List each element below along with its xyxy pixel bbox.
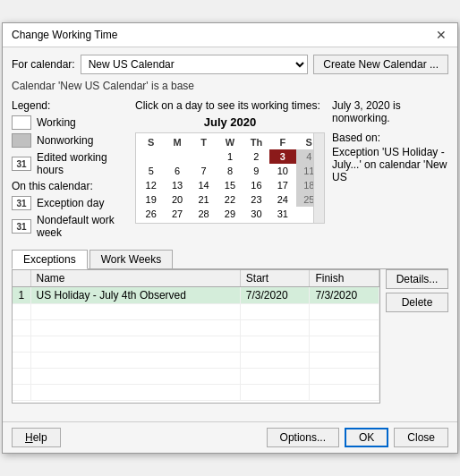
side-buttons: Details... Delete	[386, 269, 448, 404]
exception-empty-row	[13, 369, 379, 385]
close-icon[interactable]: ✕	[434, 29, 448, 41]
legend-exception-day: 31 Exception day	[12, 196, 128, 210]
calendar-area: Click on a day to see its working times:…	[135, 99, 325, 242]
calendar-day-cell[interactable]: 15	[217, 178, 243, 192]
for-calendar-label: For calendar:	[12, 58, 75, 71]
exception-row[interactable]: 1US Holiday - July 4th Observed7/3/20207…	[13, 287, 379, 304]
calendar-day-cell[interactable]: 10	[269, 164, 295, 178]
exception-empty-cell	[310, 320, 379, 336]
calendar-day-cell[interactable]: 3	[269, 149, 295, 164]
dialog-title: Change Working Time	[12, 29, 118, 41]
based-on-title: Based on:	[332, 132, 448, 144]
exception-cell-name: US Holiday - July 4th Observed	[30, 287, 240, 304]
calendar-day-cell[interactable]: 23	[243, 192, 269, 207]
exception-empty-cell	[13, 385, 30, 401]
info-panel: July 3, 2020 is nonworking. Based on: Ex…	[332, 99, 448, 242]
on-this-calendar-section: On this calendar: 31 Exception day 31 No…	[12, 180, 128, 239]
change-working-time-dialog: Change Working Time ✕ For calendar: New …	[2, 22, 458, 454]
calendar-day-cell[interactable]: 12	[138, 178, 164, 192]
calendar-day-cell[interactable]: 1	[217, 149, 243, 164]
calendar-scrollbar[interactable]	[313, 133, 324, 223]
nonworking-label: Nonworking	[37, 134, 93, 147]
calendar-day-cell[interactable]: 31	[269, 207, 295, 221]
calendar-day-cell[interactable]: 6	[164, 164, 190, 178]
calendar-day-cell[interactable]: 2	[243, 149, 269, 164]
calendar-day-cell[interactable]: 5	[138, 164, 164, 178]
calendar-select[interactable]: New US Calendar	[81, 55, 309, 74]
delete-button[interactable]: Delete	[386, 293, 448, 312]
legend-title: Legend:	[12, 99, 128, 112]
tab-work-weeks[interactable]: Work Weeks	[89, 250, 174, 268]
exception-empty-cell	[240, 369, 310, 385]
bottom-right-buttons: Options... OK Close	[267, 428, 448, 447]
legend-working: Working	[12, 115, 128, 130]
calendar-day-cell[interactable]: 14	[191, 178, 217, 192]
click-instruction: Click on a day to see its working times:	[135, 99, 325, 112]
nonworking-text: July 3, 2020 is nonworking.	[332, 99, 448, 124]
exception-empty-row	[13, 385, 379, 401]
calendar-header-row: S M T W Th F S	[138, 135, 322, 149]
nonworking-box	[12, 133, 31, 148]
calendar-day-cell[interactable]: 17	[269, 178, 295, 192]
calendar-week-row: 1234	[138, 149, 322, 164]
legend-panel: Legend: Working Nonworking 31 Edited wor…	[12, 99, 128, 242]
day-header-thu: Th	[243, 135, 269, 149]
tab-exceptions[interactable]: Exceptions	[12, 250, 88, 269]
calendar-selector-row: For calendar: New US Calendar Create New…	[12, 55, 448, 74]
calendar-day-cell[interactable]: 19	[138, 192, 164, 207]
calendar-day-cell[interactable]: 29	[217, 207, 243, 221]
col-name: Name	[30, 270, 240, 287]
calendar-day-cell[interactable]: 21	[191, 192, 217, 207]
exception-empty-cell	[310, 369, 379, 385]
help-label-rest: elp	[33, 431, 47, 444]
exception-empty-cell	[30, 304, 240, 320]
exception-empty-cell	[30, 385, 240, 401]
calendar-day-cell[interactable]: 20	[164, 192, 190, 207]
help-button[interactable]: Help	[12, 428, 61, 447]
calendar-day-cell[interactable]: 24	[269, 192, 295, 207]
calendar-day-cell	[138, 149, 164, 164]
calendar-week-row: 19202122232425	[138, 192, 322, 207]
exception-empty-cell	[310, 336, 379, 353]
ok-button[interactable]: OK	[345, 428, 388, 447]
calendar-day-cell[interactable]: 26	[138, 207, 164, 221]
calendar-week-row: 567891011	[138, 164, 322, 178]
day-header-sun: S	[138, 135, 164, 149]
legend-nondefault: 31 Nondefault work week	[12, 214, 128, 239]
working-box	[12, 115, 31, 130]
close-dialog-button[interactable]: Close	[394, 428, 448, 447]
tabs-section: Exceptions Work Weeks Name Start Finish	[12, 250, 448, 404]
calendar-day-cell[interactable]: 28	[191, 207, 217, 221]
exception-empty-cell	[240, 304, 310, 320]
calendar-day-cell[interactable]: 13	[164, 178, 190, 192]
exception-empty-cell	[310, 304, 379, 320]
calendar-day-cell[interactable]: 9	[243, 164, 269, 178]
calendar-month-year: July 2020	[135, 115, 325, 129]
calendar-week-row: 12131415161718	[138, 178, 322, 192]
day-header-wed: W	[217, 135, 243, 149]
exception-empty-cell	[13, 320, 30, 336]
calendar-day-cell[interactable]: 30	[243, 207, 269, 221]
legend-edited: 31 Edited working hours	[12, 151, 128, 176]
calendar-day-cell[interactable]: 22	[217, 192, 243, 207]
dialog-body: For calendar: New US Calendar Create New…	[3, 47, 457, 414]
edited-box: 31	[12, 157, 31, 171]
calendar-day-cell[interactable]: 8	[217, 164, 243, 178]
exception-empty-row	[13, 353, 379, 369]
calendar-day-cell[interactable]: 16	[243, 178, 269, 192]
options-button[interactable]: Options...	[267, 428, 339, 447]
calendar-week-row: 262728293031	[138, 207, 322, 221]
exception-empty-cell	[310, 353, 379, 369]
calendar-day-cell[interactable]: 27	[164, 207, 190, 221]
exception-empty-cell	[30, 369, 240, 385]
calendar-day-cell	[191, 149, 217, 164]
calendar-day-cell[interactable]: 7	[191, 164, 217, 178]
exceptions-table-area: Name Start Finish 1US Holiday - July 4th…	[12, 269, 380, 404]
edited-label: Edited working hours	[37, 151, 128, 176]
exception-empty-cell	[13, 336, 30, 353]
details-button[interactable]: Details...	[386, 269, 448, 289]
calendar-grid: S M T W Th F S 1234567891011121314151617…	[138, 135, 322, 221]
base-calendar-text: Calendar 'New US Calendar' is a base	[12, 80, 448, 92]
create-new-calendar-button[interactable]: Create New Calendar ...	[313, 55, 448, 74]
working-label: Working	[37, 116, 76, 129]
